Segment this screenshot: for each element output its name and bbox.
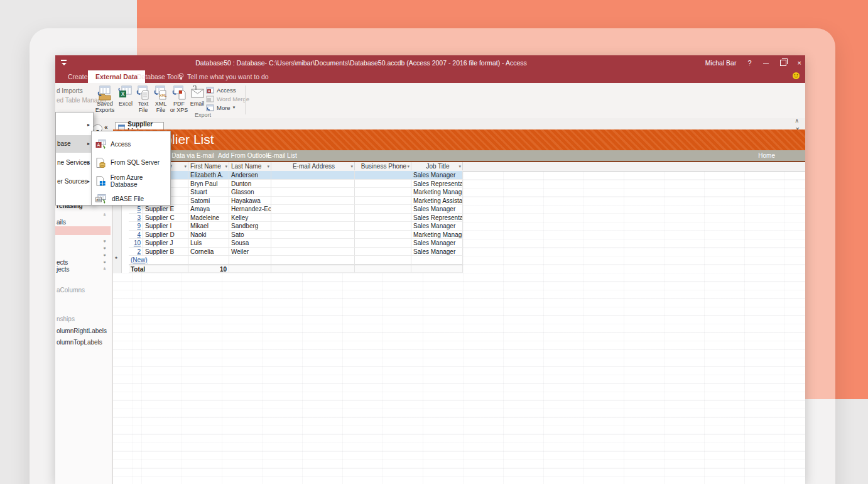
nav-pane-item[interactable]: jects xyxy=(57,266,70,273)
feedback-smiley-icon[interactable] xyxy=(792,71,800,82)
cell-job-title[interactable]: Sales Manager xyxy=(411,222,463,231)
cell-phone[interactable] xyxy=(355,214,411,223)
nav-pane-item[interactable]: ects xyxy=(57,259,68,266)
submenu-from-sql-server[interactable]: From SQL Server xyxy=(92,153,170,172)
cell-job-title[interactable]: Sales Manager xyxy=(411,248,463,256)
add-from-outlook-link[interactable]: Add From Outlook xyxy=(218,150,269,161)
cell-first-name[interactable]: Mikael xyxy=(188,222,229,231)
header-business-phone[interactable]: Business Phone▾ xyxy=(355,162,411,170)
collapse-group-icon[interactable]: « xyxy=(103,266,106,272)
cell-phone[interactable] xyxy=(355,197,411,206)
nav-pane-shutter-button[interactable]: « xyxy=(104,124,108,131)
cell-first-name[interactable]: Stuart xyxy=(188,188,229,197)
cell-company[interactable]: Supplier B xyxy=(143,248,188,256)
header-last-name[interactable]: Last Name▾ xyxy=(229,162,271,170)
cell-last-name[interactable]: Glasson xyxy=(229,188,271,197)
restore-button[interactable] xyxy=(780,60,786,66)
cell-last-name[interactable]: Dunton xyxy=(229,180,271,189)
export-access-button[interactable]: A Access xyxy=(206,85,250,94)
cell-id[interactable]: 9 xyxy=(129,222,143,231)
cell-email[interactable] xyxy=(271,180,355,189)
cell-last-name[interactable]: Kelley xyxy=(229,214,271,223)
nav-pane-item[interactable]: olumnTopLabels xyxy=(57,339,102,346)
saved-imports-button-clipped[interactable]: d Imports xyxy=(57,87,83,94)
expand-group-icon[interactable]: « xyxy=(103,252,106,258)
word-merge-button[interactable]: Word Merge xyxy=(206,94,250,103)
cell-id[interactable]: 2 xyxy=(129,248,143,256)
menu-from-database[interactable]: base▸ xyxy=(56,135,93,153)
cell-id[interactable]: 10 xyxy=(129,239,143,248)
user-name[interactable]: Michal Bar xyxy=(705,59,737,67)
cell-job-title[interactable]: Sales Representati xyxy=(411,214,463,223)
expand-group-icon[interactable]: « xyxy=(103,245,106,251)
cell-phone[interactable] xyxy=(355,231,411,239)
cell-job-title[interactable]: Sales Manager xyxy=(411,239,463,248)
cell-phone[interactable] xyxy=(355,205,411,214)
cell-email[interactable] xyxy=(271,239,355,248)
table-row[interactable]: 5Supplier EAmayaHernandez-EcheSales Mana… xyxy=(121,205,463,214)
cell-job-title[interactable]: Marketing Assistan xyxy=(411,197,463,206)
cell-email[interactable] xyxy=(271,171,355,180)
submenu-dbase-file[interactable]: dB dBASE File xyxy=(92,190,170,208)
cell-phone[interactable] xyxy=(355,239,411,248)
nav-pane-item[interactable]: aColumns xyxy=(57,287,85,294)
table-row[interactable]: 4Supplier DNaokiSatoMarketing Manage xyxy=(121,231,463,239)
expand-group-icon[interactable]: « xyxy=(103,259,106,265)
email-list-link[interactable]: E-mail List xyxy=(268,150,297,161)
cell-email[interactable] xyxy=(271,205,355,214)
cell-phone[interactable] xyxy=(355,171,411,180)
table-row[interactable]: 10Supplier JLuisSousaSales Manager xyxy=(121,239,463,248)
table-row[interactable]: 3Supplier CMadeleineKelleySales Represen… xyxy=(121,214,463,223)
empty-cell[interactable] xyxy=(355,256,411,265)
header-job-title[interactable]: Job Title▾ xyxy=(411,162,463,170)
cell-company[interactable]: Supplier J xyxy=(143,239,188,248)
cell-last-name[interactable]: Hayakawa xyxy=(229,197,271,206)
close-button[interactable]: × xyxy=(798,59,801,67)
cell-job-title[interactable]: Marketing Manage xyxy=(411,231,463,239)
cell-company[interactable]: Supplier C xyxy=(143,214,188,223)
cell-phone[interactable] xyxy=(355,188,411,197)
cell-phone[interactable] xyxy=(355,248,411,256)
table-row[interactable]: 9Supplier IMikaelSandbergSales Manager xyxy=(121,222,463,231)
submenu-access[interactable]: A Access xyxy=(92,135,170,153)
cell-first-name[interactable]: Madeleine xyxy=(188,214,229,223)
cell-email[interactable] xyxy=(271,248,355,256)
table-row[interactable]: Elizabeth A.AndersenSales Manager xyxy=(121,171,463,180)
new-record-link[interactable]: (New) xyxy=(129,256,188,265)
new-record-row[interactable]: (New) xyxy=(121,256,463,265)
cell-last-name[interactable]: Weiler xyxy=(229,248,271,256)
cell-email[interactable] xyxy=(271,197,355,206)
cell-job-title[interactable]: Sales Representati xyxy=(411,180,463,189)
cell-id[interactable]: 4 xyxy=(129,231,143,239)
cell-first-name[interactable]: Luis xyxy=(188,239,229,248)
help-button[interactable]: ? xyxy=(747,59,751,67)
menu-from-online-services[interactable]: ne Services▸ xyxy=(56,154,93,172)
cell-email[interactable] xyxy=(271,231,355,239)
expand-group-icon[interactable]: « xyxy=(103,238,106,244)
cell-last-name[interactable]: Hernandez-Eche xyxy=(229,205,271,214)
tell-me-box[interactable]: Tell me what you want to do xyxy=(178,70,269,83)
table-row[interactable]: StuartGlassonMarketing Manage xyxy=(121,188,463,197)
collapse-ribbon-icon[interactable]: ∧ xyxy=(795,118,799,124)
empty-cell[interactable] xyxy=(411,256,463,265)
export-excel-button[interactable]: X Excel xyxy=(117,85,134,116)
cell-job-title[interactable]: Marketing Manage xyxy=(411,188,463,197)
table-row[interactable]: SatomiHayakawaMarketing Assistan xyxy=(121,197,463,206)
cell-email[interactable] xyxy=(271,222,355,231)
cell-phone[interactable] xyxy=(355,180,411,189)
cell-job-title[interactable]: Sales Manager xyxy=(411,205,463,214)
nav-pane-item[interactable]: nships xyxy=(57,316,75,322)
cell-last-name[interactable]: Sato xyxy=(229,231,271,239)
nav-pane-selected-item[interactable] xyxy=(55,226,111,235)
menu-from-file[interactable]: ▸ xyxy=(56,116,93,134)
cell-email[interactable] xyxy=(271,214,355,223)
minimize-button[interactable] xyxy=(763,63,769,63)
cell-phone[interactable] xyxy=(355,222,411,231)
cell-email[interactable] xyxy=(271,188,355,197)
cell-first-name[interactable]: Bryn Paul xyxy=(188,180,229,189)
cell-last-name[interactable]: Sousa xyxy=(229,239,271,248)
submenu-from-azure-database[interactable]: From Azure Database xyxy=(92,172,170,190)
cell-first-name[interactable]: Elizabeth A. xyxy=(188,171,229,180)
empty-cell[interactable] xyxy=(188,256,229,265)
cell-company[interactable]: Supplier I xyxy=(143,222,188,231)
